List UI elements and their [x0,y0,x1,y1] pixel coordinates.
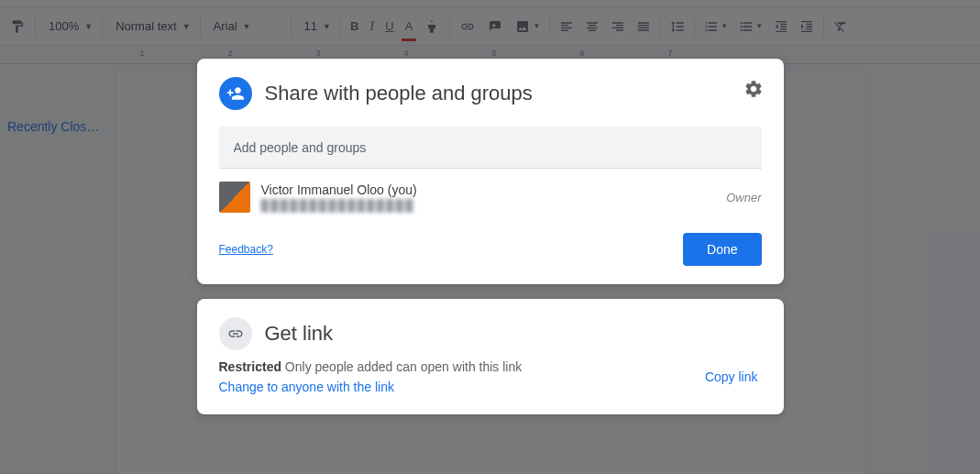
share-settings-button[interactable] [743,79,764,103]
share-title: Share with people and groups [265,82,533,105]
get-link-card: Get link Restricted Only people added ca… [197,299,784,414]
avatar [219,182,250,213]
add-people-input[interactable] [219,127,762,169]
access-level: Restricted [219,359,281,374]
person-row: Victor Immanuel Oloo (you) █████████████… [219,182,762,213]
person-name: Victor Immanuel Oloo (you) [261,182,716,197]
feedback-link[interactable]: Feedback? [219,243,273,256]
person-email: ████████████████ [261,199,716,212]
access-description: Only people added can open with this lin… [285,359,522,374]
change-access-link[interactable]: Change to anyone with the link [219,380,523,394]
get-link-title: Get link [265,322,334,346]
gear-icon [743,79,764,99]
share-icon [219,77,252,110]
share-card: Share with people and groups Victor Imma… [197,59,784,284]
link-circle-icon [219,317,252,350]
copy-link-button[interactable]: Copy link [701,364,762,390]
share-dialog: Share with people and groups Victor Imma… [197,59,784,414]
role-label: Owner [726,191,761,204]
done-button[interactable]: Done [683,233,761,266]
